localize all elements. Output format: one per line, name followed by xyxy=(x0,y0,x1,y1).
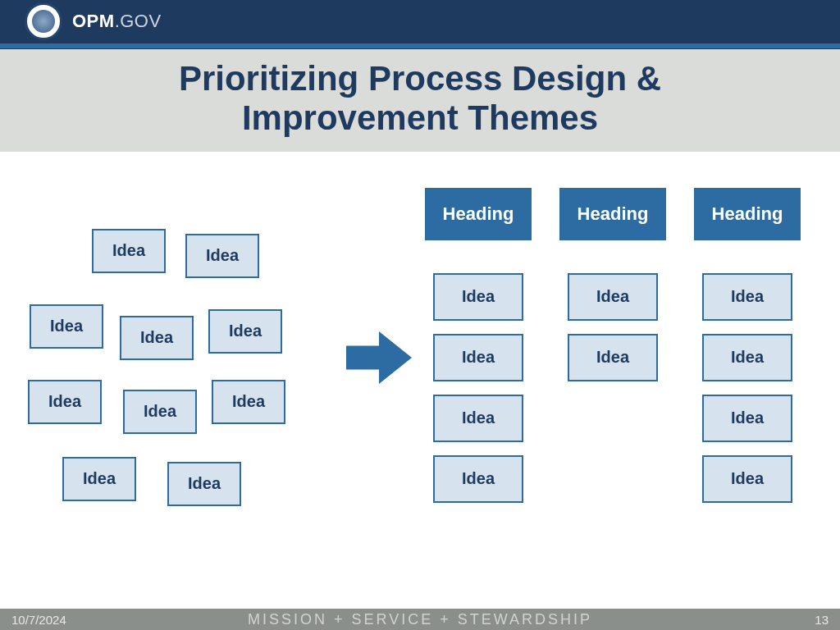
footer-date: 10/7/2024 xyxy=(11,613,66,627)
footer-page-number: 13 xyxy=(815,613,829,627)
idea-box: Idea xyxy=(433,273,523,321)
svg-marker-0 xyxy=(346,331,412,384)
footer-bar: 10/7/2024 MISSION + SERVICE + STEWARDSHI… xyxy=(0,609,840,630)
accent-stripe xyxy=(0,43,840,49)
title-line-2: Improvement Themes xyxy=(242,98,598,137)
footer-motto: MISSION + SERVICE + STEWARDSHIP xyxy=(248,611,592,628)
column-heading: Heading xyxy=(559,188,666,240)
idea-box: Idea xyxy=(123,390,197,434)
slide-title: Prioritizing Process Design & Improvemen… xyxy=(0,59,840,139)
brand-light: .GOV xyxy=(115,11,162,31)
idea-box: Idea xyxy=(62,457,136,501)
column-heading: Heading xyxy=(425,188,532,240)
idea-box: Idea xyxy=(702,455,792,503)
idea-box: Idea xyxy=(702,273,792,321)
idea-box: Idea xyxy=(92,229,166,273)
idea-box: Idea xyxy=(212,380,285,424)
right-arrow-icon xyxy=(346,329,412,386)
brand-text: OPM.GOV xyxy=(72,11,162,32)
agency-seal-icon xyxy=(25,2,62,40)
column-heading: Heading xyxy=(694,188,801,240)
idea-box: Idea xyxy=(433,334,523,381)
idea-box: Idea xyxy=(208,309,282,354)
title-line-1: Prioritizing Process Design & xyxy=(179,59,661,98)
title-band: Prioritizing Process Design & Improvemen… xyxy=(0,49,840,152)
seal-inner-icon xyxy=(32,10,55,33)
idea-box: Idea xyxy=(433,395,523,442)
column-2: Heading Idea Idea xyxy=(559,188,666,503)
idea-box: Idea xyxy=(120,316,194,360)
idea-box: Idea xyxy=(702,395,792,442)
idea-box: Idea xyxy=(167,462,241,506)
idea-box: Idea xyxy=(28,380,102,424)
brand-bold: OPM xyxy=(72,11,115,31)
column-1: Heading Idea Idea Idea Idea xyxy=(425,188,532,503)
columns-group: Heading Idea Idea Idea Idea Heading Idea… xyxy=(425,188,801,503)
idea-box: Idea xyxy=(568,273,658,321)
idea-box: Idea xyxy=(30,304,103,349)
idea-box: Idea xyxy=(702,334,792,381)
column-3: Heading Idea Idea Idea Idea xyxy=(694,188,801,503)
top-bar: OPM.GOV xyxy=(0,0,840,43)
idea-box: Idea xyxy=(433,455,523,503)
idea-box: Idea xyxy=(185,234,259,278)
idea-box: Idea xyxy=(568,334,658,381)
slide-content: Idea Idea Idea Idea Idea Idea Idea Idea … xyxy=(0,152,840,595)
